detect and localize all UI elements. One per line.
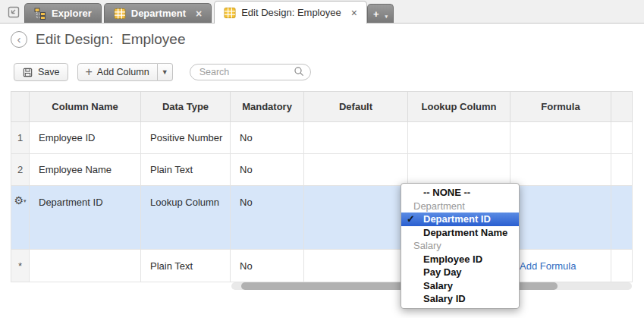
add-icon: + (86, 66, 93, 78)
col-header-lookup-column[interactable]: Lookup Column (408, 92, 510, 122)
cell-column-name[interactable]: Employee ID (30, 122, 141, 154)
dropdown-option-pay-day[interactable]: Pay Day (401, 266, 519, 279)
col-header-partial (611, 92, 633, 122)
new-tab-button[interactable]: + ▾ (367, 4, 394, 23)
cell-lookup-column[interactable] (408, 122, 510, 154)
tab-department-close-icon[interactable]: × (196, 8, 202, 19)
tab-edit-design-close-icon[interactable]: × (351, 8, 357, 18)
search-input[interactable] (190, 64, 311, 80)
cell-lookup-column[interactable] (408, 154, 510, 186)
cell-formula: Add Formula (510, 250, 611, 282)
dropdown-option-none[interactable]: -- NONE -- (401, 186, 519, 200)
plus-icon: + (373, 8, 379, 20)
cell-partial (611, 122, 633, 154)
dropdown-option-department-id[interactable]: ✓ Department ID (401, 213, 519, 226)
col-header-column-name[interactable]: Column Name (30, 92, 141, 122)
cell-partial (611, 154, 633, 186)
toolbar: Save + Add Column ▼ (14, 63, 311, 81)
row-number: 1 (11, 122, 30, 154)
grid-row-employee-id[interactable]: 1 Employee ID Positive Number No (11, 122, 633, 154)
tab-edit-design-label: Edit Design: Employee (241, 7, 341, 18)
add-formula-link[interactable]: Add Formula (520, 260, 576, 272)
dropdown-option-employee-id[interactable]: Employee ID (401, 253, 519, 266)
dropdown-option-salary[interactable]: Salary (401, 279, 519, 293)
tab-bar: Explorer Department × Edit Design: Emplo… (0, 0, 644, 24)
col-header-default[interactable]: Default (304, 92, 408, 122)
row-actions-cell[interactable]: ⚙ ▾ (11, 186, 30, 250)
cell-data-type[interactable]: Plain Text (141, 250, 231, 282)
edit-design-grid-icon (224, 7, 236, 19)
add-column-button[interactable]: + Add Column (77, 63, 158, 81)
col-header-mandatory[interactable]: Mandatory (231, 92, 304, 122)
page-title: Edit Design: Employee (36, 31, 186, 48)
lookup-column-dropdown: -- NONE -- Department ✓ Department ID De… (401, 183, 520, 309)
cell-formula[interactable] (510, 154, 611, 186)
cell-data-type[interactable]: Plain Text (141, 154, 231, 186)
cell-mandatory[interactable]: No (231, 122, 304, 154)
tab-explorer[interactable]: Explorer (24, 3, 102, 23)
cell-data-type[interactable]: Lookup Column (141, 186, 231, 250)
add-column-split-button: + Add Column ▼ (77, 63, 173, 81)
add-column-dropdown-button[interactable]: ▼ (158, 63, 173, 81)
gear-caret-icon: ▾ (24, 198, 27, 204)
dropdown-group-salary: Salary (401, 239, 519, 253)
add-column-label: Add Column (97, 67, 149, 77)
col-header-data-type[interactable]: Data Type (141, 92, 231, 122)
cell-default[interactable] (304, 154, 408, 186)
gear-icon[interactable]: ⚙ (14, 195, 24, 206)
search-box (190, 64, 311, 80)
cell-column-name[interactable]: Department ID (30, 186, 141, 250)
row-number: * (11, 250, 30, 282)
page-header: ‹ Edit Design: Employee (11, 31, 186, 48)
search-icon (294, 66, 305, 77)
grid-row-department-id-selected[interactable]: ⚙ ▾ Department ID Lookup Column No (11, 186, 633, 250)
cell-formula[interactable] (510, 186, 611, 250)
tab-department[interactable]: Department × (104, 3, 212, 23)
row-number: 2 (11, 154, 30, 186)
cell-partial (611, 186, 633, 250)
dropdown-option-salary-id[interactable]: Salary ID (401, 292, 519, 306)
cell-mandatory[interactable]: No (231, 250, 304, 282)
save-label: Save (38, 67, 60, 77)
tab-department-label: Department (131, 8, 186, 19)
cell-default[interactable] (304, 250, 408, 282)
cell-mandatory[interactable]: No (231, 154, 304, 186)
cell-column-name[interactable]: Employee Name (30, 154, 141, 186)
save-floppy-icon (22, 67, 33, 78)
cell-column-name[interactable] (30, 250, 141, 282)
design-grid: Column Name Data Type Mandatory Default … (11, 91, 633, 282)
back-button[interactable]: ‹ (11, 31, 27, 48)
save-button[interactable]: Save (14, 63, 68, 81)
app-window: Explorer Department × Edit Design: Emplo… (0, 0, 644, 318)
cell-default[interactable] (304, 122, 408, 154)
grid-header-row: Column Name Data Type Mandatory Default … (11, 92, 633, 122)
dropdown-group-department: Department (401, 200, 519, 213)
tab-edit-design-employee[interactable]: Edit Design: Employee × (214, 1, 367, 24)
dropdown-option-label: Department ID (423, 213, 491, 225)
grid-row-employee-name[interactable]: 2 Employee Name Plain Text No (11, 154, 633, 186)
tab-explorer-label: Explorer (52, 8, 92, 19)
new-tab-caret-icon: ▾ (385, 14, 388, 20)
department-grid-icon (114, 8, 126, 20)
row-number-header (11, 92, 30, 122)
chevron-down-icon: ▼ (162, 68, 168, 76)
cell-partial (611, 250, 633, 282)
dropdown-option-department-name[interactable]: Department Name (401, 226, 519, 240)
cell-data-type[interactable]: Positive Number (141, 122, 231, 154)
explorer-tree-icon (34, 8, 46, 20)
collapse-panel-icon[interactable] (8, 6, 20, 18)
grid-row-new-column[interactable]: * Plain Text No Add Formula (11, 250, 633, 282)
cell-formula[interactable] (510, 122, 611, 154)
checkmark-icon: ✓ (407, 213, 415, 226)
cell-mandatory[interactable]: No (231, 186, 304, 250)
cell-default[interactable] (304, 186, 408, 250)
col-header-formula[interactable]: Formula (510, 92, 611, 122)
